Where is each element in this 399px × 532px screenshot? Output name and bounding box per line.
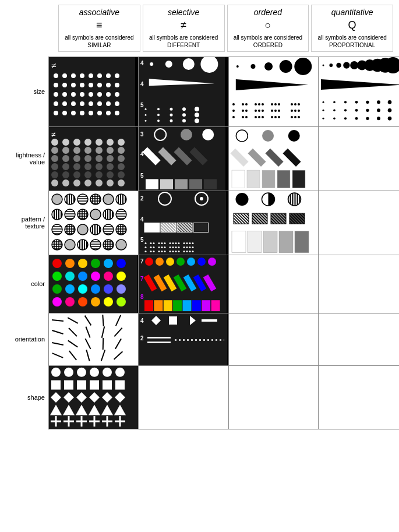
- cell-size-quant: [318, 57, 399, 126]
- cell-ori-assoc: [48, 313, 138, 365]
- main-container: associative ≡ all symbols are considered…: [0, 0, 399, 434]
- row-color: [48, 255, 399, 313]
- label-lightness: lightness / value: [5, 126, 48, 191]
- cell-col-ord: [228, 255, 318, 313]
- cell-col-assoc: [48, 255, 138, 313]
- row-size: [48, 57, 399, 126]
- row-labels: size lightness / value pattern / texture…: [5, 57, 48, 429]
- associative-title: associative: [62, 8, 136, 17]
- quantitative-desc: all symbols are considered PROPORTIONAL: [315, 34, 389, 49]
- cell-light-quant: [318, 127, 399, 191]
- ordered-title: ordered: [231, 8, 305, 17]
- label-size: size: [5, 57, 48, 126]
- ordered-desc: all symbols are considered ORDERED: [231, 34, 305, 49]
- quantitative-icon: Q: [315, 19, 389, 31]
- row-shape: [48, 365, 399, 429]
- cell-col-sel: [138, 255, 228, 313]
- selective-desc: all symbols are considered DIFFERENT: [147, 34, 221, 49]
- cell-size-selective: [138, 57, 228, 126]
- header-associative: associative ≡ all symbols are considered…: [58, 5, 140, 52]
- label-orientation: orientation: [5, 313, 48, 365]
- row-pattern: [48, 191, 399, 255]
- header-selective: selective ≠ all symbols are considered D…: [143, 5, 225, 52]
- row-orientation: [48, 313, 399, 365]
- cell-ori-sel: [138, 313, 228, 365]
- header-ordered: ordered ○ all symbols are considered ORD…: [227, 5, 309, 52]
- cell-shp-quant: [318, 366, 399, 429]
- cell-size-assoc: [48, 57, 138, 126]
- ordered-icon: ○: [231, 19, 305, 31]
- label-pattern: pattern / texture: [5, 191, 48, 255]
- cell-pat-quant: [318, 191, 399, 255]
- selective-icon: ≠: [147, 19, 221, 31]
- cell-pat-sel: [138, 191, 228, 255]
- associative-desc: all symbols are considered SIMILAR: [62, 34, 136, 49]
- label-shape: shape: [5, 365, 48, 429]
- cell-light-assoc: [48, 127, 138, 191]
- quantitative-title: quantitative: [315, 8, 389, 17]
- cell-pat-ord: [228, 191, 318, 255]
- cell-ori-ord: [228, 313, 318, 365]
- cell-pat-assoc: [48, 191, 138, 255]
- grid-area: size lightness / value pattern / texture…: [5, 57, 394, 429]
- label-color: color: [5, 255, 48, 313]
- selective-title: selective: [147, 8, 221, 17]
- associative-icon: ≡: [62, 19, 136, 31]
- cell-light-sel: [138, 127, 228, 191]
- cell-size-ordered: [228, 57, 318, 126]
- header-row: associative ≡ all symbols are considered…: [5, 5, 394, 52]
- cell-shp-assoc: [48, 366, 138, 429]
- cell-shp-sel: [138, 366, 228, 429]
- cell-shp-ord: [228, 366, 318, 429]
- cell-light-ord: [228, 127, 318, 191]
- cell-ori-quant: [318, 313, 399, 365]
- cell-col-quant: [318, 255, 399, 313]
- row-lightness: [48, 126, 399, 191]
- grid-cols: [48, 57, 399, 429]
- header-quantitative: quantitative Q all symbols are considere…: [311, 5, 393, 52]
